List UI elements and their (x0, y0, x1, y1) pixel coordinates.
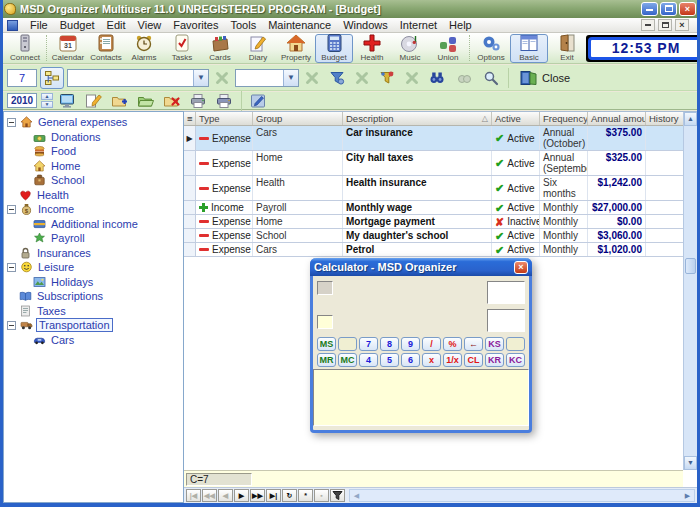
tree-item-general-expenses[interactable]: General expenses (4, 115, 183, 130)
table-row[interactable]: IncomePayrollMonthly wage✔ActiveMonthly$… (184, 201, 697, 215)
minimize-button[interactable] (641, 2, 658, 16)
edit-record-button[interactable] (83, 93, 105, 109)
tree-item-taxes[interactable]: Taxes (4, 304, 183, 319)
clear-filter-button[interactable] (352, 68, 372, 88)
tree-item-transportation[interactable]: Transportation (4, 318, 183, 333)
tree-item-holidays[interactable]: Holidays (4, 275, 183, 290)
group-filter-combo[interactable]: ▼ (67, 69, 209, 87)
nav-refresh-button[interactable]: ↻ (282, 489, 297, 502)
maximize-button[interactable] (660, 2, 677, 16)
calc-key-mc[interactable]: MC (338, 353, 357, 367)
clear-group-filter-button[interactable] (212, 68, 232, 88)
scroll-up-icon[interactable]: ▲ (684, 112, 697, 126)
column-header-frequency[interactable]: Frequency (540, 112, 588, 125)
year-spinner[interactable]: ▲▼ (41, 93, 53, 108)
tree-item-leisure[interactable]: Leisure (4, 260, 183, 275)
vertical-scrollbar[interactable]: ▲ ▼ (683, 112, 697, 470)
clear-color-filter-button[interactable] (402, 68, 422, 88)
toolbar-button-property[interactable]: Property (277, 34, 315, 63)
column-header-active[interactable]: Active (492, 112, 540, 125)
search-button[interactable] (425, 67, 449, 89)
table-row[interactable]: ExpenseCarsPetrol✔ActiveMonthly$1,020.00 (184, 243, 697, 257)
toolbar-button-calendar[interactable]: 31Calendar (49, 34, 87, 63)
spin-up-icon[interactable]: ▲ (41, 93, 53, 100)
menu-item-budget[interactable]: Budget (54, 19, 101, 31)
calculator-title-bar[interactable]: Calculator - MSD Organizer × (310, 258, 532, 276)
tree-item-subscriptions[interactable]: Subscriptions (4, 289, 183, 304)
table-row[interactable]: ExpenseHealthHealth insurance✔ActiveSix … (184, 176, 697, 201)
toolbar-button-alarms[interactable]: Alarms (125, 34, 163, 63)
nav-last-button[interactable]: ▶| (266, 489, 281, 502)
calc-key-ms[interactable]: MS (317, 337, 336, 351)
search-next-button[interactable] (452, 67, 476, 89)
collapse-icon[interactable] (7, 205, 16, 214)
toolbar-button-connect[interactable]: Connect (6, 34, 44, 63)
tree-item-insurances[interactable]: Insurances (4, 246, 183, 261)
calc-key-pct[interactable]: % (443, 337, 462, 351)
collapse-icon[interactable] (7, 321, 16, 330)
clear-type-filter-button[interactable] (302, 68, 322, 88)
horizontal-scrollbar[interactable]: ◀▶ (349, 489, 695, 502)
toolbar-button-health[interactable]: Health (353, 34, 391, 63)
tree-item-income[interactable]: $Income (4, 202, 183, 217)
scroll-left-icon[interactable]: ◀ (350, 490, 363, 501)
menu-item-favorites[interactable]: Favorites (167, 19, 224, 31)
toolbar-button-budget[interactable]: Budget (315, 34, 353, 63)
filter-button[interactable] (325, 67, 349, 89)
toolbar-button-music[interactable]: Music (391, 34, 429, 63)
menu-item-edit[interactable]: Edit (101, 19, 132, 31)
toolbar-button-options[interactable]: Options (472, 34, 510, 63)
zoom-button[interactable] (479, 67, 503, 89)
calc-key-9[interactable]: 9 (401, 337, 420, 351)
print-preview-button[interactable] (213, 93, 235, 109)
column-header-annual-amount[interactable]: Annual amount (588, 112, 646, 125)
calc-key-kr[interactable]: KR (485, 353, 504, 367)
menu-item-tools[interactable]: Tools (224, 19, 262, 31)
scroll-thumb[interactable] (685, 258, 696, 274)
menu-item-file[interactable]: File (24, 19, 54, 31)
calc-key-1divx[interactable]: 1/x (443, 353, 462, 367)
scroll-right-icon[interactable]: ▶ (681, 490, 694, 501)
nav-bookmark-button[interactable]: * (298, 489, 313, 502)
close-view-button[interactable]: Close (514, 68, 576, 88)
table-row[interactable]: ExpenseHomeCity hall taxes✔ActiveAnnual … (184, 151, 697, 176)
toolbar-button-tasks[interactable]: Tasks (163, 34, 201, 63)
calc-key-backspace[interactable]: ← (464, 337, 483, 351)
nav-next-button[interactable]: ▶ (234, 489, 249, 502)
delete-record-button[interactable] (161, 93, 183, 109)
toolbar-button-cards[interactable]: Cards (201, 34, 239, 63)
nav-next-page-button[interactable]: ▶▶ (250, 489, 265, 502)
toolbar-button-contacts[interactable]: Contacts (87, 34, 125, 63)
tree-item-payroll[interactable]: Payroll (4, 231, 183, 246)
year-input[interactable]: 2010 (7, 93, 37, 108)
menu-item-windows[interactable]: Windows (337, 19, 394, 31)
toolbar-button-exit[interactable]: Exit (548, 34, 586, 63)
menu-item-internet[interactable]: Internet (394, 19, 443, 31)
tree-item-additional-income[interactable]: Additional income (4, 217, 183, 232)
add-record-button[interactable] (109, 93, 131, 109)
close-window-button[interactable]: × (679, 2, 696, 16)
tree-layout-button[interactable] (40, 67, 64, 89)
calc-key-ks[interactable]: KS (485, 337, 504, 351)
calc-key-div[interactable]: / (422, 337, 441, 351)
column-header-description[interactable]: Description△ (343, 112, 492, 125)
spin-down-icon[interactable]: ▼ (41, 101, 53, 108)
type-filter-combo[interactable]: ▼ (235, 69, 299, 87)
table-row[interactable]: ExpenseHomeMortgage payment✘InactiveMont… (184, 215, 697, 229)
calc-key-4[interactable]: 4 (359, 353, 378, 367)
calc-key-x[interactable]: x (422, 353, 441, 367)
nav-filter-button[interactable] (330, 489, 345, 502)
tree-item-school[interactable]: School (4, 173, 183, 188)
print-button[interactable] (187, 93, 209, 109)
scroll-track[interactable] (684, 126, 697, 456)
open-record-button[interactable] (135, 93, 157, 109)
menu-item-view[interactable]: View (132, 19, 168, 31)
collapse-icon[interactable] (7, 118, 16, 127)
tree-item-donations[interactable]: Donations (4, 130, 183, 145)
mdi-minimize-button[interactable] (641, 19, 655, 31)
chevron-down-icon[interactable]: ▼ (193, 70, 208, 86)
calc-key-6[interactable]: 6 (401, 353, 420, 367)
column-header-group[interactable]: Group (253, 112, 343, 125)
table-row[interactable]: ▶ExpenseCarsCar insurance✔ActiveAnnual (… (184, 126, 697, 151)
calc-key-kc[interactable]: KC (506, 353, 525, 367)
